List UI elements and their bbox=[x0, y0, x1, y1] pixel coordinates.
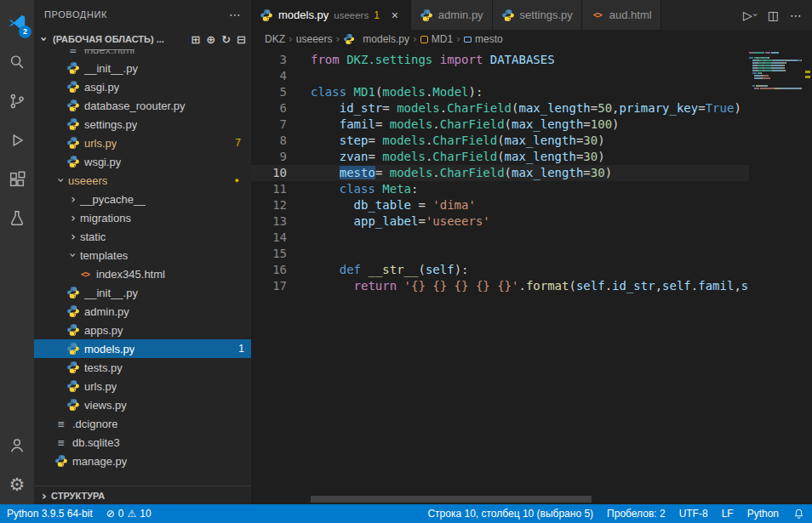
source-control-view-button[interactable] bbox=[0, 82, 34, 121]
tree-file-wsgi.py[interactable]: wsgi.py bbox=[34, 152, 251, 171]
code-line[interactable]: 8 step= models.CharField(max_length=30) bbox=[251, 133, 749, 149]
minimap[interactable] bbox=[749, 48, 803, 504]
python-file-icon bbox=[66, 117, 80, 131]
breadcrumb-item-mesto[interactable]: mesto bbox=[464, 33, 503, 45]
run-python-file-button[interactable]: ▷› bbox=[743, 9, 757, 22]
more-actions-button[interactable]: ⋯ bbox=[790, 9, 802, 22]
explorer-view-button[interactable]: 2 bbox=[0, 3, 34, 43]
code-area[interactable]: 3from DKZ.settings import DATABASES45cla… bbox=[251, 48, 749, 294]
tree-folder-useeers[interactable]: ›useeers● bbox=[34, 171, 251, 190]
code-line[interactable]: 16 def __str__(self): bbox=[251, 262, 749, 278]
code-line[interactable]: 10 mesto= models.CharField(max_length=30… bbox=[251, 165, 749, 181]
python-file-icon bbox=[501, 9, 515, 22]
tree-file-urls.py[interactable]: urls.py7 bbox=[34, 134, 251, 152]
editor[interactable]: 3from DKZ.settings import DATABASES45cla… bbox=[251, 48, 812, 504]
account-button[interactable] bbox=[0, 426, 34, 465]
tree-file-.dcignore[interactable]: ≡.dcignore bbox=[34, 414, 251, 433]
tab-admin.py[interactable]: admin.py bbox=[411, 0, 493, 30]
code-line[interactable]: 7 famil= models.CharField(max_length=100… bbox=[251, 117, 749, 133]
tab-settings.py[interactable]: settings.py bbox=[493, 0, 582, 30]
code-line[interactable]: 12 db_table = 'dima' bbox=[251, 197, 749, 213]
code-line[interactable]: 6 id_str= models.CharField(max_length=50… bbox=[251, 100, 749, 117]
new-folder-icon[interactable]: ⊕ bbox=[206, 33, 215, 46]
code-line[interactable]: 17 return '{} {} {} {} {}'.format(self.i… bbox=[251, 278, 749, 294]
code-line[interactable]: 14 bbox=[251, 230, 749, 246]
tree-file-admin.py[interactable]: admin.py bbox=[34, 302, 251, 321]
python-file-icon bbox=[260, 9, 273, 22]
tree-file-index.html[interactable]: ≡index.html bbox=[34, 49, 251, 59]
account-icon bbox=[8, 436, 26, 455]
refresh-icon[interactable]: ↻ bbox=[221, 33, 231, 46]
split-editor-button[interactable]: ◫ bbox=[768, 9, 779, 22]
workspace-section-label: (РАБОЧАЯ ОБЛАСТЬ) ... bbox=[53, 34, 164, 44]
tree-file-database_roouter.py[interactable]: database_roouter.py bbox=[34, 96, 251, 115]
code-line[interactable]: 13 app_label='useeers' bbox=[251, 213, 749, 230]
breadcrumb-item-models.py[interactable]: models.py bbox=[343, 33, 409, 45]
warning-mark bbox=[805, 71, 810, 73]
new-file-icon[interactable]: ⊞ bbox=[191, 33, 200, 46]
tree-folder-__pycache__[interactable]: ›__pycache__ bbox=[34, 190, 251, 208]
run-debug-view-button[interactable] bbox=[0, 121, 34, 160]
close-icon[interactable]: × bbox=[388, 9, 402, 22]
problems[interactable]: ⊘0⚠10 bbox=[100, 504, 158, 523]
run-debug-icon bbox=[8, 131, 26, 150]
tree-file-views.py[interactable]: views.py bbox=[34, 395, 251, 414]
tree-file-manage.py[interactable]: manage.py bbox=[34, 452, 251, 470]
file-label: admin.py bbox=[84, 305, 129, 318]
language-mode[interactable]: Python bbox=[741, 504, 786, 523]
horizontal-scrollbar[interactable] bbox=[311, 496, 592, 503]
line-number: 14 bbox=[251, 230, 311, 246]
explorer-badge: 2 bbox=[19, 26, 31, 38]
settings-button[interactable]: ⚙ bbox=[0, 465, 34, 504]
collapse-all-icon[interactable]: ⊟ bbox=[237, 33, 246, 46]
code-line[interactable]: 9 zvan= models.CharField(max_length=30) bbox=[251, 149, 749, 165]
tree-file-__init__.py[interactable]: __init__.py bbox=[34, 283, 251, 302]
vscode-window: 2 bbox=[0, 0, 812, 523]
tab-aud.html[interactable]: <>aud.html bbox=[582, 0, 661, 30]
tree-file-settings.py[interactable]: settings.py bbox=[34, 115, 251, 134]
line-number: 11 bbox=[251, 181, 311, 197]
breadcrumb-item-DKZ[interactable]: DKZ bbox=[265, 33, 285, 45]
chevron-down-icon: › bbox=[750, 14, 759, 17]
indentation[interactable]: Пробелов: 2 bbox=[600, 504, 672, 523]
testing-view-button[interactable] bbox=[0, 199, 34, 238]
search-view-button[interactable] bbox=[0, 43, 34, 82]
tree-folder-static[interactable]: ›static bbox=[34, 227, 251, 246]
breadcrumb-item-useeers[interactable]: useeers bbox=[296, 33, 333, 45]
breadcrumb: DKZ›useeers›models.py›MD1›mesto bbox=[251, 30, 812, 48]
notifications-bell-button[interactable] bbox=[786, 504, 812, 523]
code-line[interactable]: 4 bbox=[251, 68, 749, 84]
extensions-view-button[interactable] bbox=[0, 160, 34, 199]
sidebar-more-actions-icon[interactable]: ⋯ bbox=[229, 8, 241, 21]
file-label: urls.py bbox=[84, 380, 117, 393]
tree-file-__init__.py[interactable]: __init__.py bbox=[34, 59, 251, 77]
breadcrumb-item-MD1[interactable]: MD1 bbox=[420, 33, 453, 45]
python-interpreter[interactable]: Python 3.9.5 64-bit bbox=[0, 504, 100, 523]
chevron-right-icon: › bbox=[37, 490, 51, 502]
tree-file-asgi.py[interactable]: asgi.py bbox=[34, 77, 251, 96]
tree-file-index345.html[interactable]: <>index345.html bbox=[34, 264, 251, 283]
tab-models.py[interactable]: models.pyuseeers1× bbox=[251, 0, 411, 30]
line-number: 16 bbox=[251, 262, 311, 278]
tree-file-db.sqlite3[interactable]: ≡db.sqlite3 bbox=[34, 433, 251, 452]
encoding[interactable]: UTF-8 bbox=[672, 504, 715, 523]
outline-section-header[interactable]: › СТРУКТУРА bbox=[34, 486, 251, 504]
workspace-section-header[interactable]: › (РАБОЧАЯ ОБЛАСТЬ) ... ⊞ ⊕ ↻ ⊟ bbox=[34, 29, 251, 49]
tree-file-urls.py[interactable]: urls.py bbox=[34, 377, 251, 395]
breadcrumb-separator: › bbox=[336, 33, 340, 45]
tree-folder-templates[interactable]: ›templates bbox=[34, 246, 251, 264]
tree-folder-migrations[interactable]: ›migrations bbox=[34, 208, 251, 227]
file-label: asgi.py bbox=[84, 81, 119, 94]
tree-file-models.py[interactable]: models.py1 bbox=[34, 339, 251, 358]
eol[interactable]: LF bbox=[715, 504, 741, 523]
code-line[interactable]: 15 bbox=[251, 246, 749, 262]
tree-file-tests.py[interactable]: tests.py bbox=[34, 358, 251, 377]
code-line[interactable]: 11 class Meta: bbox=[251, 181, 749, 197]
file-label: templates bbox=[80, 249, 128, 262]
code-line[interactable]: 3from DKZ.settings import DATABASES bbox=[251, 52, 749, 68]
code-line[interactable]: 5class MD1(models.Model): bbox=[251, 84, 749, 100]
cursor-position[interactable]: Строка 10, столбец 10 (выбрано 5) bbox=[420, 504, 600, 523]
file-label: urls.py bbox=[84, 137, 117, 150]
tree-file-apps.py[interactable]: apps.py bbox=[34, 321, 251, 339]
line-number: 15 bbox=[251, 246, 311, 262]
